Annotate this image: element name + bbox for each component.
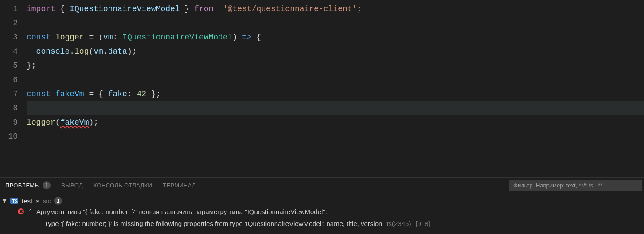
tab-output[interactable]: Вывод bbox=[56, 178, 88, 193]
problems-list: ▶ TS test.ts src 1 ✖ ⌃ Аргумент типа "{ … bbox=[0, 193, 644, 234]
code-line[interactable] bbox=[27, 101, 644, 115]
code-line[interactable]: logger(fakeVm); bbox=[27, 115, 644, 129]
problem-file-path: src bbox=[43, 198, 51, 204]
line-number: 1 bbox=[0, 2, 18, 16]
problem-file-name: test.ts bbox=[22, 197, 39, 205]
code-line[interactable]: const fakeVm = { fake: 42 }; bbox=[27, 87, 644, 101]
problem-detail-row[interactable]: Type '{ fake: number; }' is missing the … bbox=[0, 218, 644, 230]
problem-file-row[interactable]: ▶ TS test.ts src 1 bbox=[0, 196, 644, 206]
problems-filter-input[interactable] bbox=[509, 180, 642, 191]
tab-terminal[interactable]: Терминал bbox=[157, 178, 201, 193]
problem-location: [9, 8] bbox=[415, 219, 430, 229]
panel-tabs: Проблемы 1 Вывод Консоль отладки Термина… bbox=[0, 178, 644, 193]
code-editor[interactable]: 12345678910 import { IQuestionnaireViewM… bbox=[0, 0, 644, 177]
tab-debug-console[interactable]: Консоль отладки bbox=[88, 178, 157, 193]
tab-problems[interactable]: Проблемы 1 bbox=[0, 178, 56, 193]
line-number: 6 bbox=[0, 73, 18, 87]
line-number: 10 bbox=[0, 129, 18, 144]
line-number: 4 bbox=[0, 44, 18, 58]
code-line[interactable]: import { IQuestionnaireViewModel } from … bbox=[27, 2, 644, 16]
problem-error-code: ts(2345) bbox=[386, 219, 411, 229]
problem-detail-message: Type '{ fake: number; }' is missing the … bbox=[44, 219, 382, 229]
tab-problems-label: Проблемы bbox=[5, 182, 40, 189]
line-number: 5 bbox=[0, 58, 18, 73]
line-number: 9 bbox=[0, 115, 18, 129]
bottom-panel: Проблемы 1 Вывод Консоль отладки Термина… bbox=[0, 177, 644, 234]
code-line[interactable]: console.log(vm.data); bbox=[27, 44, 644, 58]
code-area[interactable]: import { IQuestionnaireViewModel } from … bbox=[27, 0, 644, 177]
problem-message: Аргумент типа "{ fake: number; }" нельзя… bbox=[36, 207, 327, 217]
line-number: 7 bbox=[0, 87, 18, 101]
chevron-up-icon: ⌃ bbox=[27, 208, 33, 214]
code-line[interactable]: const logger = (vm: IQuestionnaireViewMo… bbox=[27, 30, 644, 44]
line-gutter: 12345678910 bbox=[0, 0, 27, 177]
code-line[interactable] bbox=[27, 73, 644, 87]
code-line[interactable] bbox=[27, 129, 644, 144]
problems-count-badge: 1 bbox=[43, 181, 51, 189]
line-number: 2 bbox=[0, 16, 18, 30]
code-line[interactable] bbox=[27, 16, 644, 30]
file-problem-count-badge: 1 bbox=[54, 197, 62, 205]
line-number: 8 bbox=[0, 101, 18, 115]
typescript-file-icon: TS bbox=[10, 198, 18, 204]
code-line[interactable]: }; bbox=[27, 58, 644, 73]
error-icon: ✖ bbox=[18, 208, 24, 214]
chevron-down-icon: ▶ bbox=[2, 199, 8, 203]
line-number: 3 bbox=[0, 30, 18, 44]
problem-item[interactable]: ✖ ⌃ Аргумент типа "{ fake: number; }" не… bbox=[0, 206, 644, 218]
